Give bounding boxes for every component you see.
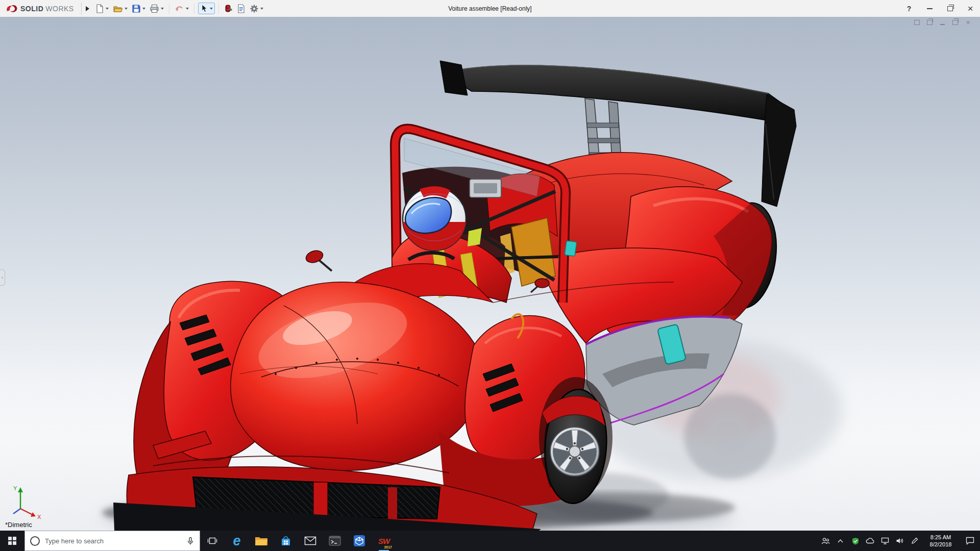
select-tool-button[interactable] (198, 3, 215, 14)
solidworks-taskbar-icon: SW (378, 537, 389, 545)
divider (81, 3, 82, 15)
taskbar: Type here to search e (0, 531, 980, 551)
command-prompt-icon (329, 536, 341, 546)
dropdown-caret-icon[interactable] (106, 8, 109, 10)
cortana-icon (30, 536, 40, 546)
dropdown-caret-icon[interactable] (186, 8, 189, 10)
car-model-render (0, 17, 980, 531)
solidworks-year-badge: 2017 (384, 545, 392, 549)
taskbar-app-mail[interactable] (298, 531, 323, 551)
new-document-button[interactable] (93, 3, 110, 14)
undo-icon (175, 4, 184, 13)
graphics-area[interactable]: ✕ ‹ Y X *Dimetric (0, 17, 980, 531)
dropdown-caret-icon[interactable] (161, 8, 164, 10)
dropdown-caret-icon[interactable] (260, 8, 263, 10)
new-document-icon (95, 4, 104, 13)
pen-icon (911, 537, 918, 544)
search-placeholder: Type here to search (45, 537, 181, 545)
onedrive-button[interactable] (863, 531, 877, 551)
network-button[interactable] (877, 531, 892, 551)
system-tray: 8:25 AM 8/2/2018 (818, 531, 980, 551)
view-orientation-label: *Dimetric (5, 521, 32, 529)
taskbar-app-command-prompt[interactable] (323, 531, 347, 551)
volume-button[interactable] (892, 531, 907, 551)
divider (218, 4, 219, 14)
open-folder-icon (113, 4, 123, 13)
file-explorer-icon (255, 535, 268, 546)
options-button[interactable] (248, 3, 265, 14)
taskbar-app-edrawings[interactable] (347, 531, 372, 551)
doc-minimize-icon[interactable] (939, 19, 946, 26)
people-button[interactable] (818, 531, 833, 551)
microphone-icon[interactable] (186, 537, 194, 545)
select-cursor-icon (200, 4, 208, 13)
feature-pane-collapse-tab[interactable]: ‹ (0, 269, 5, 286)
y-axis-label: Y (13, 485, 17, 491)
mail-icon (304, 536, 316, 545)
clock-time: 8:25 AM (930, 534, 951, 541)
undo-button[interactable] (173, 3, 190, 14)
task-view-button[interactable] (200, 531, 225, 551)
action-center-icon (966, 537, 974, 545)
divider (169, 4, 169, 14)
windows-logo-icon (8, 537, 16, 545)
people-icon (821, 537, 830, 544)
defender-shield-icon (852, 537, 859, 545)
window-controls: ? × (902, 0, 977, 17)
file-properties-button[interactable] (235, 3, 247, 14)
start-button[interactable] (0, 531, 24, 551)
doc-restore-icon[interactable] (951, 19, 959, 26)
close-button[interactable]: × (964, 3, 977, 15)
document-window-controls: ✕ (913, 19, 972, 26)
help-button[interactable]: ? (902, 3, 916, 15)
defender-button[interactable] (848, 531, 863, 551)
doc-new-window-icon[interactable] (926, 19, 934, 26)
speaker-icon (896, 537, 904, 544)
taskbar-app-edge[interactable]: e (225, 531, 249, 551)
divider (194, 4, 194, 14)
print-button[interactable] (148, 3, 165, 14)
dropdown-caret-icon[interactable] (125, 8, 128, 10)
open-button[interactable] (111, 3, 129, 14)
save-icon (132, 4, 141, 13)
search-box[interactable]: Type here to search (24, 531, 200, 551)
network-icon (881, 537, 889, 544)
edge-icon: e (233, 534, 240, 548)
y-axis-arrow-icon (18, 487, 23, 492)
x-axis-label: X (37, 514, 41, 520)
store-icon (280, 535, 291, 546)
ds-logo-icon (5, 4, 18, 13)
gear-icon (250, 4, 259, 13)
title-bar: SOLIDWORKS (0, 0, 980, 17)
brand-solid: SOLID (20, 5, 43, 13)
taskbar-clock[interactable]: 8:25 AM 8/2/2018 (922, 531, 960, 551)
dropdown-caret-icon[interactable] (210, 8, 213, 10)
hidden-icons-button[interactable] (833, 531, 848, 551)
doc-cascade-icon[interactable] (913, 19, 921, 26)
file-properties-icon (237, 4, 246, 13)
clock-date: 8/2/2018 (930, 541, 952, 548)
taskbar-app-store[interactable] (274, 531, 298, 551)
restore-icon (947, 6, 953, 11)
screen: SOLIDWORKS (0, 0, 980, 551)
save-button[interactable] (130, 3, 147, 14)
onedrive-cloud-icon (866, 538, 875, 544)
restore-button[interactable] (943, 3, 957, 15)
brand-works: WORKS (45, 5, 74, 13)
action-center-button[interactable] (960, 531, 980, 551)
rebuild-icon (224, 4, 233, 13)
print-icon (150, 4, 159, 13)
chevron-up-icon (837, 539, 844, 543)
minimize-icon (927, 8, 933, 9)
right-mirror (535, 279, 549, 288)
toolbar-expand-icon[interactable] (86, 6, 89, 11)
doc-close-icon[interactable]: ✕ (964, 19, 972, 26)
taskbar-app-solidworks[interactable]: SW 2017 (372, 531, 396, 551)
standard-toolbar (93, 3, 265, 14)
minimize-button[interactable] (923, 3, 936, 15)
rebuild-button[interactable] (223, 3, 234, 14)
taskbar-app-file-explorer[interactable] (249, 531, 274, 551)
windows-ink-button[interactable] (907, 531, 922, 551)
dropdown-caret-icon[interactable] (142, 8, 145, 10)
task-view-icon (207, 536, 217, 545)
